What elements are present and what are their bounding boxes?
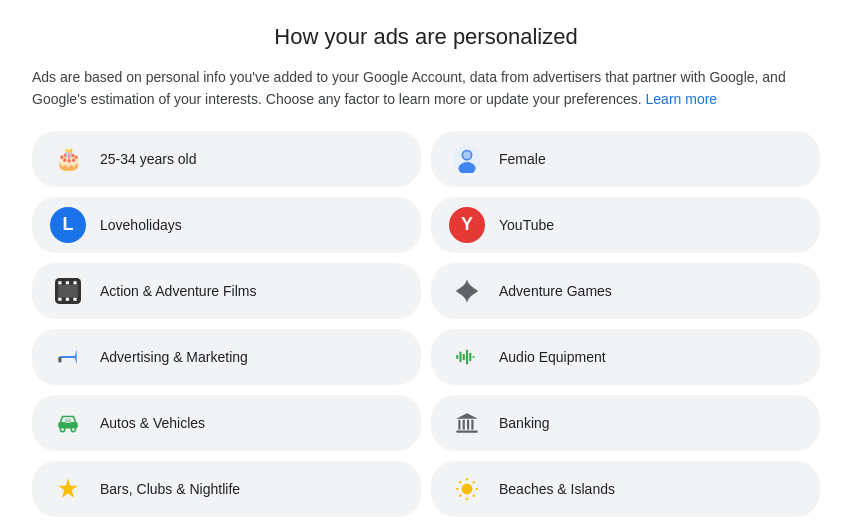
audio-equipment-label: Audio Equipment [499,349,606,365]
bars-label: Bars, Clubs & Nightlife [100,481,240,497]
svg-rect-10 [73,297,76,300]
action-films-icon [50,273,86,309]
svg-rect-14 [459,351,461,362]
svg-rect-26 [467,420,469,430]
page-title: How your ads are personalized [32,24,820,50]
autos-label: Autos & Vehicles [100,415,205,431]
svg-point-21 [71,427,75,431]
banking-icon [449,405,485,441]
svg-rect-18 [472,356,474,358]
advertising-icon [50,339,86,375]
svg-rect-5 [58,281,61,284]
beaches-label: Beaches & Islands [499,481,615,497]
age-label: 25-34 years old [100,151,197,167]
beaches-icon [449,471,485,507]
bars-icon [50,471,86,507]
adventure-games-label: Adventure Games [499,283,612,299]
svg-rect-25 [463,420,465,430]
svg-rect-27 [471,420,473,430]
svg-marker-23 [456,413,478,418]
svg-rect-15 [463,354,465,361]
loveholidays-icon: L [50,207,86,243]
card-beaches[interactable]: Beaches & Islands [431,461,820,517]
card-bars[interactable]: Bars, Clubs & Nightlife [32,461,421,517]
svg-rect-9 [66,297,69,300]
svg-rect-16 [466,349,468,364]
card-banking[interactable]: Banking [431,395,820,451]
svg-rect-28 [456,430,478,432]
svg-point-20 [60,427,64,431]
gender-label: Female [499,151,546,167]
svg-rect-11 [58,284,78,297]
card-youtube[interactable]: YYouTube [431,197,820,253]
age-icon: 🎂 [50,141,86,177]
card-autos[interactable]: Autos & Vehicles [32,395,421,451]
page-description: Ads are based on personal info you've ad… [32,66,812,111]
svg-line-36 [473,481,475,483]
card-loveholidays[interactable]: LLoveholidays [32,197,421,253]
youtube-icon: Y [449,207,485,243]
svg-rect-22 [65,418,72,422]
gender-icon [449,141,485,177]
youtube-label: YouTube [499,217,554,233]
svg-rect-8 [58,297,61,300]
svg-point-29 [462,483,473,494]
svg-line-35 [473,495,475,497]
svg-line-34 [459,481,461,483]
cards-grid: 🎂25-34 years oldFemaleLLoveholidaysYYouT… [32,131,820,524]
audio-equipment-icon [449,339,485,375]
svg-line-37 [459,495,461,497]
advertising-label: Advertising & Marketing [100,349,248,365]
card-adventure-games[interactable]: Adventure Games [431,263,820,319]
card-age[interactable]: 🎂25-34 years old [32,131,421,187]
loveholidays-label: Loveholidays [100,217,182,233]
svg-rect-17 [469,352,471,361]
svg-rect-12 [58,357,61,362]
card-gender[interactable]: Female [431,131,820,187]
adventure-games-icon [449,273,485,309]
svg-rect-7 [73,281,76,284]
svg-rect-6 [66,281,69,284]
card-advertising[interactable]: Advertising & Marketing [32,329,421,385]
svg-rect-24 [458,420,460,430]
learn-more-link[interactable]: Learn more [646,91,718,107]
card-audio-equipment[interactable]: Audio Equipment [431,329,820,385]
svg-rect-13 [456,355,458,359]
card-action-films[interactable]: Action & Adventure Films [32,263,421,319]
autos-icon [50,405,86,441]
action-films-label: Action & Adventure Films [100,283,256,299]
svg-point-3 [463,151,471,159]
banking-label: Banking [499,415,550,431]
